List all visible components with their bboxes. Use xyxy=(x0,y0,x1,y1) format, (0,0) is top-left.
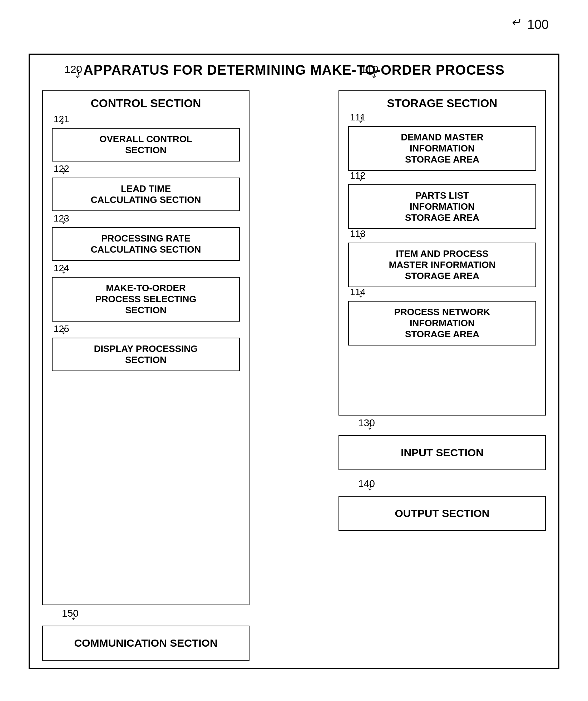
control-section-title: CONTROL SECTION xyxy=(43,91,249,114)
box-111: DEMAND MASTERINFORMATIONSTORAGE AREA xyxy=(348,126,536,171)
figure-number: ↵100 xyxy=(518,17,549,32)
input-section-curve: ⤵ xyxy=(367,422,371,432)
storage-section-curve: ⤵ xyxy=(371,68,376,80)
box-112-number: 112 xyxy=(350,170,365,181)
output-section-curve: ⤵ xyxy=(367,482,371,492)
box-122: LEAD TIMECALCULATING SECTION xyxy=(52,178,240,211)
apparatus-title: APPARATUS FOR DETERMINING MAKE-TO-ORDER … xyxy=(30,63,558,78)
box-114-number: 114 xyxy=(350,287,365,298)
box-123-wrapper: 123 ⤵ PROCESSING RATECALCULATING SECTION xyxy=(52,227,240,261)
output-section-number: 140 xyxy=(358,478,375,489)
communication-section-box: COMMUNICATION SECTION xyxy=(42,626,249,661)
box-121-curve: ⤵ xyxy=(60,117,64,126)
box-113-number: 113 xyxy=(350,228,365,239)
box-121-wrapper: 121 ⤵ OVERALL CONTROLSECTION xyxy=(52,128,240,161)
control-section-box: 120 ⤵ CONTROL SECTION 121 ⤵ OVERALL CONT… xyxy=(42,90,249,605)
box-113-curve: ⤵ xyxy=(358,232,362,241)
output-section-wrapper: 140 ⤵ OUTPUT SECTION xyxy=(339,496,546,531)
box-111-wrapper: 111 ⤵ DEMAND MASTERINFORMATIONSTORAGE AR… xyxy=(348,126,536,171)
box-111-curve: ⤵ xyxy=(358,115,362,125)
box-123-curve: ⤵ xyxy=(61,217,65,226)
output-section-box: OUTPUT SECTION xyxy=(339,496,546,531)
box-121: OVERALL CONTROLSECTION xyxy=(52,128,240,161)
communication-section-wrapper: 150 ⤵ COMMUNICATION SECTION xyxy=(42,626,249,661)
box-122-wrapper: 122 ⤵ LEAD TIMECALCULATING SECTION xyxy=(52,178,240,211)
input-section-number: 130 xyxy=(358,417,375,429)
input-section-box: INPUT SECTION xyxy=(339,435,546,470)
box-124-wrapper: 124 ⤵ MAKE-TO-ORDERPROCESS SELECTINGSECT… xyxy=(52,277,240,322)
box-111-number: 111 xyxy=(350,112,365,123)
storage-section-box: 110 ⤵ STORAGE SECTION 111 ⤵ DEMAND MASTE… xyxy=(339,90,546,416)
input-section-wrapper: 130 ⤵ INPUT SECTION xyxy=(339,435,546,470)
box-125-curve: ⤵ xyxy=(61,327,65,336)
box-114: PROCESS NETWORKINFORMATIONSTORAGE AREA xyxy=(348,301,536,345)
box-112-curve: ⤵ xyxy=(358,174,362,183)
box-123: PROCESSING RATECALCULATING SECTION xyxy=(52,227,240,261)
storage-section-title: STORAGE SECTION xyxy=(339,91,545,114)
box-122-curve: ⤵ xyxy=(61,167,65,176)
box-125-wrapper: 125 ⤵ DISPLAY PROCESSINGSECTION xyxy=(52,338,240,371)
box-114-wrapper: 114 ⤵ PROCESS NETWORKINFORMATIONSTORAGE … xyxy=(348,301,536,345)
box-125: DISPLAY PROCESSINGSECTION xyxy=(52,338,240,371)
box-113-wrapper: 113 ⤵ ITEM AND PROCESSMASTER INFORMATION… xyxy=(348,243,536,287)
control-section-curve: ⤵ xyxy=(74,68,80,80)
box-113: ITEM AND PROCESSMASTER INFORMATIONSTORAG… xyxy=(348,243,536,287)
box-114-curve: ⤵ xyxy=(358,290,362,299)
communication-section-curve: ⤵ xyxy=(71,612,75,622)
box-124-curve: ⤵ xyxy=(61,266,65,275)
communication-section-number: 150 xyxy=(62,608,79,619)
box-112: PARTS LISTINFORMATIONSTORAGE AREA xyxy=(348,184,536,229)
page-container: ↵100 APPARATUS FOR DETERMINING MAKE-TO-O… xyxy=(0,0,588,701)
apparatus-box: APPARATUS FOR DETERMINING MAKE-TO-ORDER … xyxy=(29,54,559,669)
box-112-wrapper: 112 ⤵ PARTS LISTINFORMATIONSTORAGE AREA xyxy=(348,184,536,229)
box-124: MAKE-TO-ORDERPROCESS SELECTINGSECTION xyxy=(52,277,240,322)
